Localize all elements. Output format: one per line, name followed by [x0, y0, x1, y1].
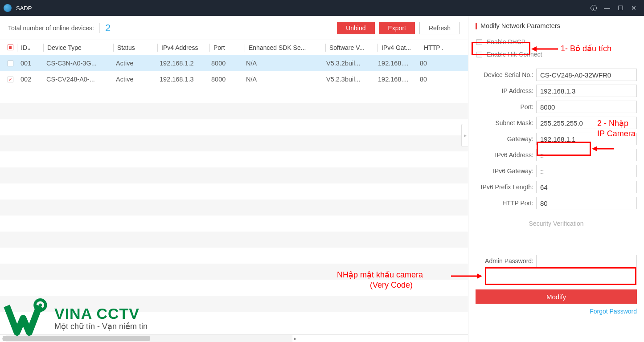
port-input[interactable]	[536, 101, 637, 113]
refresh-button[interactable]: Refresh	[419, 22, 460, 34]
row-checkbox[interactable]: ✓	[8, 77, 13, 82]
minimize-button[interactable]: —	[600, 1, 614, 15]
total-devices-label: Total number of online devices:	[8, 24, 94, 32]
unbind-button[interactable]: Unbind	[337, 22, 374, 34]
serial-input[interactable]	[536, 69, 637, 81]
info-button[interactable]: i	[587, 1, 600, 15]
header-gateway[interactable]: IPv4 Gat...	[378, 44, 420, 51]
total-devices-count: 2	[105, 22, 111, 34]
gateway-label: Gateway:	[476, 135, 536, 142]
header-id[interactable]: ID▴	[17, 44, 43, 51]
export-button[interactable]: Export	[379, 22, 415, 34]
subnet-input[interactable]	[536, 117, 637, 129]
subnet-label: Subnet Mask:	[476, 119, 536, 126]
app-name: SADP	[16, 5, 32, 12]
app-icon	[4, 4, 12, 12]
header-http[interactable]: HTTP .	[420, 44, 468, 51]
ipv6len-label: IPv6 Prefix Length:	[476, 183, 536, 191]
enable-dhcp-checkbox[interactable]: Enable DHCP	[476, 36, 637, 48]
select-all-checkbox[interactable]	[8, 45, 13, 50]
ipv6-label: IPv6 Address:	[476, 151, 536, 159]
header-port[interactable]: Port	[210, 44, 245, 51]
divider	[99, 23, 100, 33]
ipv6gw-label: IPv6 Gateway:	[476, 167, 536, 175]
header-device-type[interactable]: Device Type	[44, 44, 113, 51]
horizontal-scrollbar[interactable]: ◂ ▸	[0, 334, 468, 342]
http-input[interactable]	[536, 197, 637, 209]
ipv6gw-input[interactable]	[536, 165, 637, 177]
forgot-password-link[interactable]: Forgot Password	[590, 308, 637, 315]
admin-password-input[interactable]	[536, 255, 637, 267]
security-verification-label: Security Verification	[476, 220, 637, 227]
enable-hik-connect-checkbox[interactable]: Enable Hik-Connect	[476, 48, 637, 61]
ip-label: IP Address:	[476, 87, 536, 94]
table-row[interactable]: ✓ 002 CS-CV248-A0-... Active 192.168.1.3…	[0, 71, 468, 87]
close-button[interactable]: ✕	[627, 1, 640, 15]
titlebar: SADP i — ☐ ✕	[0, 0, 644, 16]
ipv6len-input[interactable]	[536, 181, 637, 193]
http-label: HTTP Port:	[476, 200, 536, 207]
panel-title: Modify Network Parameters	[476, 22, 637, 29]
row-checkbox[interactable]	[8, 61, 13, 66]
network-parameters-panel: Modify Network Parameters Enable DHCP En…	[468, 16, 644, 342]
ipv6-input[interactable]	[536, 149, 637, 161]
header-software[interactable]: Software V...	[326, 44, 377, 51]
maximize-button[interactable]: ☐	[614, 1, 627, 15]
header-status[interactable]: Status	[114, 44, 157, 51]
table-row[interactable]: 001 CS-C3N-A0-3G... Active 192.168.1.2 8…	[0, 55, 468, 71]
header-sdk[interactable]: Enhanced SDK Se...	[245, 44, 325, 51]
admin-password-label: Admin Password:	[476, 257, 536, 265]
panel-expander[interactable]: ▸	[461, 124, 468, 147]
toolbar: Total number of online devices: 2 Unbind…	[0, 16, 468, 40]
header-ipv4[interactable]: IPv4 Address	[158, 44, 209, 51]
serial-label: Device Serial No.:	[476, 71, 536, 78]
modify-button[interactable]: Modify	[476, 289, 637, 304]
device-table: ID▴ Device Type Status IPv4 Address Port…	[0, 40, 468, 334]
port-label: Port:	[476, 103, 536, 110]
table-header: ID▴ Device Type Status IPv4 Address Port…	[0, 40, 468, 55]
gateway-input[interactable]	[536, 133, 637, 145]
ip-input[interactable]	[536, 85, 637, 97]
